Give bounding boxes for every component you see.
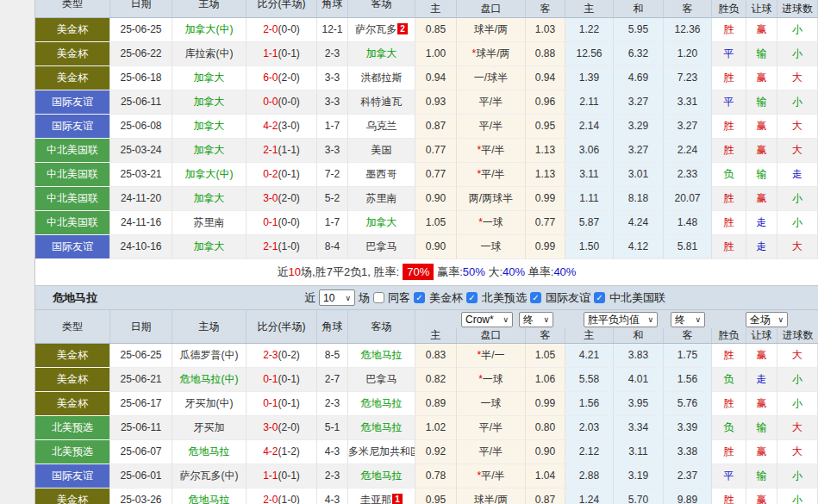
ah-handicap: *半/一 bbox=[457, 344, 526, 368]
eu-away-odds: 1.56 bbox=[664, 368, 712, 392]
table-row: 国际友谊24-10-16加拿大2-1(1-0)8-4巴拿马0.90一球0.991… bbox=[35, 235, 818, 259]
ah-handicap: *平/半 bbox=[457, 464, 526, 488]
match-date: 25-03-24 bbox=[110, 139, 172, 163]
result-wdl: 胜 bbox=[712, 187, 746, 211]
away-team: 美国 bbox=[348, 139, 415, 163]
ah-handicap: *平/半 bbox=[457, 163, 526, 187]
eu-draw-odds: 3.34 bbox=[614, 416, 664, 440]
result-goals: 大 bbox=[777, 416, 818, 440]
ah-away-odds: 1.13 bbox=[526, 163, 565, 187]
eu-odds-source-select[interactable]: 胜平负均值∨ bbox=[584, 312, 658, 327]
ah-handicap: *一球 bbox=[457, 211, 526, 235]
check-icon: ✓ bbox=[596, 293, 603, 302]
table-row: 国际友谊25-06-08加拿大4-2(3-0)1-7乌克兰0.87平/半0.95… bbox=[35, 115, 818, 139]
competition-type: 国际友谊 bbox=[35, 235, 110, 259]
corners: 3-3 bbox=[317, 139, 348, 163]
ah-away-odds: 0.99 bbox=[526, 235, 565, 259]
eu-draw-odds: 4.12 bbox=[614, 235, 664, 259]
ah-away-odds: 0.80 bbox=[526, 416, 565, 440]
corners: 7-2 bbox=[317, 163, 348, 187]
result-handicap: 赢 bbox=[746, 187, 777, 211]
chevron-down-icon: ∨ bbox=[345, 294, 351, 302]
result-handicap: 赢 bbox=[746, 18, 777, 42]
ah-odds-time-select[interactable]: 终∨ bbox=[519, 312, 553, 327]
competition-type: 北美预选 bbox=[35, 416, 110, 440]
result-goals: 大 bbox=[777, 440, 818, 464]
section2-titlebar: 危地马拉 近 10∨ 场 同客 ✓ 美金杯 ✓ 北美预选 ✓ 国际友谊 ✓ 中北… bbox=[35, 286, 818, 310]
result-handicap: 输 bbox=[746, 42, 777, 66]
result-handicap: 输 bbox=[746, 90, 777, 115]
col-score: 比分(半场) bbox=[247, 310, 317, 343]
ah-away-odds: 0.96 bbox=[526, 90, 565, 115]
eu-odds-time-select[interactable]: 终∨ bbox=[671, 312, 705, 327]
eu-home-odds: 5.58 bbox=[565, 368, 614, 392]
eu-home-odds: 12.56 bbox=[565, 42, 614, 66]
competition-type: 美金杯 bbox=[35, 344, 110, 368]
score: 0-1(0-1) bbox=[247, 368, 317, 392]
col-eu-draw: 和 bbox=[614, 328, 664, 343]
ah-away-odds: 0.99 bbox=[526, 187, 565, 211]
summary-segment: 单率: bbox=[525, 265, 553, 278]
competition-type: 美金杯 bbox=[35, 368, 110, 392]
ah-away-odds: 1.13 bbox=[526, 139, 565, 163]
home-team: 牙买加(中) bbox=[172, 392, 247, 416]
col-handicap: 盘口 bbox=[457, 0, 526, 18]
away-team: 加拿大 bbox=[348, 42, 415, 66]
match-date: 25-06-22 bbox=[110, 42, 172, 66]
eu-draw-odds: 6.32 bbox=[614, 42, 664, 66]
eu-away-odds: 2.24 bbox=[664, 139, 712, 163]
league-label-gold-cup: 美金杯 bbox=[429, 290, 463, 306]
home-team: 危地马拉 bbox=[172, 488, 247, 504]
col-home: 主场 bbox=[172, 0, 247, 18]
away-team: 洪都拉斯 bbox=[348, 66, 415, 90]
league-checkbox-friendly[interactable]: ✓ bbox=[530, 292, 541, 303]
result-handicap: 输 bbox=[746, 464, 777, 488]
col-ah-home: 主 bbox=[415, 328, 457, 343]
eu-away-odds: 3.38 bbox=[664, 440, 712, 464]
home-team: 加拿大 bbox=[172, 187, 247, 211]
competition-type: 国际友谊 bbox=[35, 464, 110, 488]
table-row: 美金杯25-06-18加拿大6-0(2-0)3-3洪都拉斯0.94一/球半0.9… bbox=[35, 66, 818, 90]
ah-handicap: 球半/两 bbox=[457, 18, 526, 42]
score: 0-0(0-0) bbox=[247, 90, 317, 115]
eu-draw-odds: 4.01 bbox=[614, 368, 664, 392]
col-eu-home: 主 bbox=[565, 0, 614, 18]
away-team: 加拿大 bbox=[348, 211, 415, 235]
col-ah-away: 客 bbox=[526, 0, 565, 18]
check-icon: ✓ bbox=[468, 293, 475, 302]
bookmaker-select[interactable]: Crow*∨ bbox=[461, 312, 513, 327]
ah-handicap: 平/半 bbox=[457, 90, 526, 115]
ah-handicap: 两/两球半 bbox=[457, 187, 526, 211]
result-wdl: 胜 bbox=[712, 115, 746, 139]
eu-home-odds: 2.12 bbox=[565, 440, 614, 464]
ah-home-odds: 0.90 bbox=[415, 235, 457, 259]
summary-segment: 70% bbox=[403, 264, 434, 280]
scope-select[interactable]: 全场∨ bbox=[746, 312, 788, 327]
same-opponent-checkbox[interactable] bbox=[373, 292, 384, 303]
result-goals: 走 bbox=[777, 163, 818, 187]
summary-segment: 大: bbox=[485, 265, 503, 278]
home-team: 加拿大 bbox=[172, 66, 247, 90]
match-date: 25-06-07 bbox=[110, 440, 172, 464]
competition-type: 国际友谊 bbox=[35, 90, 110, 115]
ah-away-odds: 1.05 bbox=[526, 344, 565, 368]
result-handicap: 赢 bbox=[746, 344, 777, 368]
ah-away-odds: 1.03 bbox=[526, 18, 565, 42]
eu-draw-odds: 3.83 bbox=[614, 344, 664, 368]
league-checkbox-gold-cup[interactable]: ✓ bbox=[414, 292, 425, 303]
score: 1-1(0-1) bbox=[247, 42, 317, 66]
league-checkbox-na-qualifiers[interactable]: ✓ bbox=[466, 292, 478, 303]
result-wdl: 平 bbox=[712, 90, 746, 115]
competition-type: 美金杯 bbox=[35, 66, 110, 90]
match-date: 25-06-18 bbox=[110, 66, 172, 90]
eu-draw-odds: 4.24 bbox=[614, 211, 664, 235]
eu-away-odds: 1.20 bbox=[664, 42, 712, 66]
col-eu-draw: 和 bbox=[614, 0, 664, 18]
league-checkbox-nations-league[interactable]: ✓ bbox=[594, 292, 605, 303]
ah-handicap: 平/半 bbox=[457, 115, 526, 139]
score: 4-2(1-2) bbox=[247, 440, 317, 464]
col-handicap-result: 让球 bbox=[746, 328, 777, 343]
recent-count-select[interactable]: 10∨ bbox=[319, 289, 355, 306]
ah-away-odds: 0.77 bbox=[526, 211, 565, 235]
ah-home-odds: 1.00 bbox=[415, 42, 457, 66]
